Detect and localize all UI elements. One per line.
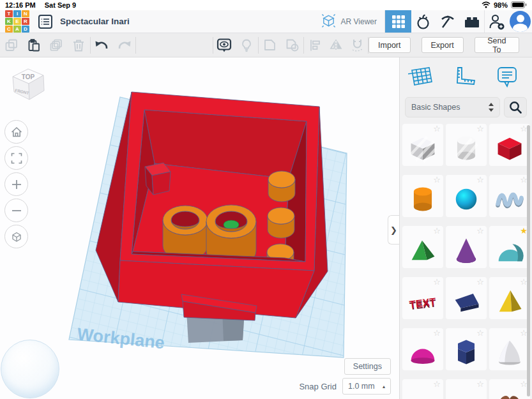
mirror-button[interactable] (326, 34, 347, 57)
group-button[interactable] (259, 34, 281, 57)
search-shapes-button[interactable] (504, 97, 527, 117)
shape-tile-sphere[interactable]: ☆ (446, 175, 487, 217)
settings-button[interactable]: Settings (344, 358, 391, 375)
sim-lab-button[interactable] (411, 10, 436, 33)
snap-grid-value: 1.0 mm (348, 382, 375, 391)
shape-tile-scribble[interactable]: ☆ (489, 175, 530, 217)
fit-view-button[interactable] (4, 146, 28, 170)
align-button[interactable] (304, 34, 325, 57)
export-button[interactable]: Export (422, 37, 464, 53)
panel-scrollbar[interactable] (527, 125, 530, 396)
favorite-star-icon[interactable]: ☆ (433, 329, 441, 338)
home-view-button[interactable] (4, 120, 28, 144)
view-cube[interactable]: TOP FRONT (9, 61, 49, 106)
shape-tile-cylinder-transparent[interactable]: ☆ (446, 124, 487, 166)
shape-category-dropdown[interactable]: Basic Shapes (405, 97, 500, 117)
pyramid-shape-icon (493, 283, 526, 319)
user-avatar[interactable] (510, 11, 531, 32)
snap-grid-dropdown[interactable]: 1.0 mm ▴ (342, 378, 391, 395)
favorite-star-icon[interactable]: ☆ (433, 176, 441, 184)
snap-grid-label: Snap Grid (299, 382, 337, 391)
delete-button[interactable] (68, 34, 90, 57)
zoom-out-button[interactable] (4, 199, 28, 222)
favorite-star-icon[interactable]: ☆ (433, 278, 441, 287)
favorite-star-icon[interactable]: ☆ (476, 380, 484, 389)
tinkercad-app: 12:16 PM Sat Sep 9 98% TINKERCAD Spectac… (0, 0, 532, 399)
bricks-button[interactable] (460, 10, 484, 33)
light-button[interactable] (236, 34, 258, 57)
zoom-in-button[interactable] (4, 172, 28, 196)
design-menu-button[interactable] (38, 15, 52, 29)
shape-tile-round-roof[interactable]: ★ (489, 226, 530, 268)
view-3d-button[interactable] (385, 10, 411, 33)
ruler-tool-button[interactable] (451, 65, 478, 89)
blocks-pickaxe-button[interactable] (436, 10, 460, 33)
duplicate-button[interactable] (45, 34, 67, 57)
edit-toolbar: Import Export Send To (0, 33, 532, 57)
shape-tile-heart[interactable]: ☆ (489, 379, 530, 399)
ungroup-button[interactable] (281, 34, 303, 57)
panel-collapse-handle[interactable]: ❯ (388, 215, 399, 245)
wifi-icon (482, 1, 490, 10)
favorite-star-icon[interactable]: ☆ (476, 124, 484, 133)
search-icon (508, 100, 522, 114)
tinkercad-logo[interactable]: TINKERCAD (5, 10, 29, 33)
logo-tile-n: N (22, 10, 29, 17)
shape-tile-pyramid[interactable]: ☆ (489, 277, 530, 319)
logo-tile-t: T (5, 10, 13, 17)
copy-button[interactable] (0, 34, 22, 57)
clock: 12:16 PM (5, 1, 36, 9)
collaborate-button[interactable] (485, 10, 509, 33)
model-orange-ring-left (163, 206, 208, 260)
ar-viewer-label: AR Viewer (341, 17, 377, 26)
3d-viewport[interactable]: Workplane (0, 57, 399, 399)
model-red-box[interactable] (96, 92, 328, 320)
workarea: Workplane (0, 57, 532, 399)
paste-button[interactable] (22, 34, 45, 57)
cone-shape-icon (450, 232, 483, 268)
favorite-star-icon[interactable]: ☆ (476, 329, 484, 338)
app-header: TINKERCAD Spectacular Inari AR Viewer (0, 10, 532, 33)
favorite-star-icon[interactable]: ☆ (476, 176, 484, 184)
import-button[interactable]: Import (369, 37, 410, 53)
shape-tile-text[interactable]: ☆TEXTTEXT (402, 277, 443, 319)
shape-tile-paraboloid[interactable]: ☆ (489, 328, 530, 370)
shape-tile-half-sphere[interactable]: ☆ (402, 328, 443, 370)
send-to-button[interactable]: Send To (475, 37, 519, 53)
shape-tile-polygon[interactable]: ☆ (446, 277, 487, 319)
shape-tile-hexagonal-prism[interactable]: ☆ (446, 328, 487, 370)
dropdown-arrows-icon (489, 103, 494, 112)
date: Sat Sep 9 (45, 1, 77, 9)
perspective-toggle-button[interactable] (4, 225, 28, 248)
scribble-shape-icon (493, 181, 526, 217)
favorite-star-icon[interactable]: ☆ (433, 124, 441, 133)
shapes-panel: Basic Shapes ☆☆☆☆☆☆☆☆★☆TEXTTEXT☆☆☆☆☆☆☆☆ (399, 57, 532, 399)
battery-icon (511, 1, 527, 10)
shape-tile-cone[interactable]: ☆ (446, 226, 487, 268)
favorite-star-icon[interactable]: ☆ (433, 227, 441, 236)
snap-button[interactable] (347, 34, 368, 57)
shape-tile-box[interactable]: ☆ (489, 124, 530, 166)
design-title: Spectacular Inari (60, 17, 130, 26)
undo-button[interactable] (91, 34, 113, 57)
box-shape-icon (493, 130, 526, 166)
status-bar: 12:16 PM Sat Sep 9 98% (0, 0, 532, 10)
favorite-star-icon[interactable]: ☆ (476, 227, 484, 236)
shape-tile-box-transparent[interactable]: ☆ (402, 124, 443, 166)
shape-tile-torus[interactable]: ☆ (402, 379, 443, 399)
shape-tile-roof[interactable]: ☆ (402, 226, 443, 268)
favorite-star-icon[interactable]: ☆ (433, 380, 441, 389)
notes-tool-button[interactable] (494, 65, 521, 89)
show-all-button[interactable] (213, 34, 236, 57)
battery-percent: 98% (494, 1, 508, 9)
orbit-control-ball[interactable] (1, 340, 59, 398)
divider (135, 37, 136, 54)
redo-button[interactable] (113, 34, 135, 57)
shape-tile-cylinder[interactable]: ☆ (402, 175, 443, 217)
ar-cube-icon (321, 13, 337, 31)
workplane-tool-button[interactable] (407, 65, 434, 89)
ar-viewer-button[interactable]: AR Viewer (313, 13, 384, 31)
shape-tile-tube[interactable]: ☆ (446, 379, 487, 399)
favorite-star-icon[interactable]: ☆ (476, 278, 484, 287)
logo-tile-d: D (22, 26, 29, 33)
